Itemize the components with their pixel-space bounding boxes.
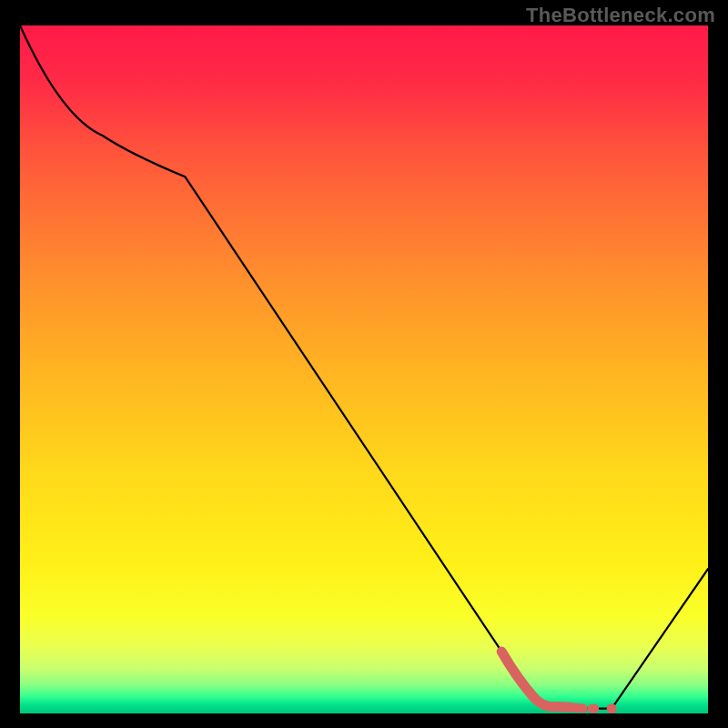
watermark-text: TheBottleneck.com [526,4,715,27]
chart-frame: TheBottleneck.com [0,0,728,728]
chart-svg [20,25,708,713]
highlight-dashed [571,707,594,709]
highlight-end-dot [607,703,617,713]
gradient-background [20,25,708,713]
plot-area [20,25,708,713]
